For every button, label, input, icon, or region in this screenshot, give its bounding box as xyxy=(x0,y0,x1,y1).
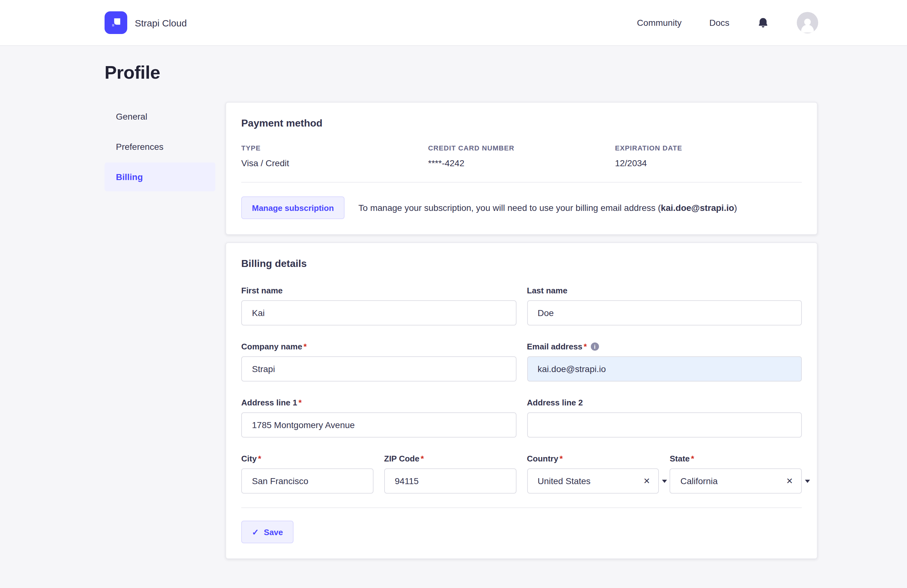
required-mark: * xyxy=(298,398,302,407)
payment-card-number: CREDIT CARD NUMBER ****-4242 xyxy=(428,144,615,168)
header-right: Community Docs xyxy=(637,12,818,34)
field-address-line-1: Address line 1* xyxy=(241,398,516,438)
card-number-label: CREDIT CARD NUMBER xyxy=(428,144,615,152)
divider xyxy=(241,182,802,182)
field-country: Country* ✕ xyxy=(527,454,659,494)
brand[interactable]: Strapi Cloud xyxy=(104,11,187,34)
billing-details-card: Billing details First name Last name Com… xyxy=(226,242,817,559)
note-suffix: ) xyxy=(734,203,737,213)
company-name-input[interactable] xyxy=(241,356,516,382)
required-mark: * xyxy=(583,342,587,351)
required-mark: * xyxy=(304,342,307,351)
payment-type-label: TYPE xyxy=(241,144,428,152)
billing-form-row-location: City* ZIP Code* Country* ✕ xyxy=(241,454,802,494)
payment-type: TYPE Visa / Credit xyxy=(241,144,428,168)
state-input[interactable] xyxy=(670,468,802,494)
nav-community[interactable]: Community xyxy=(637,18,682,28)
check-icon: ✓ xyxy=(252,527,259,537)
payment-summary: TYPE Visa / Credit CREDIT CARD NUMBER **… xyxy=(241,144,802,168)
address1-label: Address line 1* xyxy=(241,398,516,407)
divider xyxy=(241,507,802,508)
country-combobox: ✕ xyxy=(527,468,659,494)
save-row: ✓Save xyxy=(241,521,802,543)
field-email-address: Email address*i xyxy=(527,342,802,382)
state-caret-down-icon[interactable] xyxy=(805,480,810,483)
city-input[interactable] xyxy=(241,468,373,494)
field-last-name: Last name xyxy=(527,286,802,326)
zip-label-text: ZIP Code xyxy=(384,454,420,463)
city-label-text: City xyxy=(241,454,257,463)
address-line-2-input[interactable] xyxy=(527,412,802,438)
required-mark: * xyxy=(421,454,424,463)
first-name-label-text: First name xyxy=(241,286,283,295)
first-name-label: First name xyxy=(241,286,516,295)
strapi-logo-icon xyxy=(104,11,127,34)
country-caret-down-icon[interactable] xyxy=(662,480,667,483)
company-name-label: Company name* xyxy=(241,342,516,351)
state-combobox: ✕ xyxy=(670,468,802,494)
app-root: Strapi Cloud Community Docs Profile xyxy=(0,0,907,588)
info-icon[interactable]: i xyxy=(590,342,599,351)
expiration-label: EXPIRATION DATE xyxy=(615,144,802,152)
country-clear-icon[interactable]: ✕ xyxy=(643,477,650,485)
page-title: Profile xyxy=(104,62,818,83)
page-body: Profile General Preferences Billing Paym… xyxy=(0,46,907,584)
field-address-line-2: Address line 2 xyxy=(527,398,802,438)
required-mark: * xyxy=(691,454,694,463)
field-company-name: Company name* xyxy=(241,342,516,382)
address-line-1-input[interactable] xyxy=(241,412,516,438)
state-label-text: State xyxy=(670,454,690,463)
country-input[interactable] xyxy=(527,468,659,494)
address1-label-text: Address line 1 xyxy=(241,398,297,407)
field-first-name: First name xyxy=(241,286,516,326)
top-header: Strapi Cloud Community Docs xyxy=(0,0,907,46)
email-input[interactable] xyxy=(527,356,802,382)
company-label-text: Company name xyxy=(241,342,302,351)
main-column: Payment method TYPE Visa / Credit CREDIT… xyxy=(226,102,817,559)
content-row: General Preferences Billing Payment meth… xyxy=(104,102,818,559)
field-zip-code: ZIP Code* xyxy=(384,454,516,494)
address2-label-text: Address line 2 xyxy=(527,398,583,407)
card-number-value: ****-4242 xyxy=(428,158,615,168)
address2-label: Address line 2 xyxy=(527,398,802,407)
save-button[interactable]: ✓Save xyxy=(241,521,294,543)
sidebar-item-preferences[interactable]: Preferences xyxy=(104,132,215,161)
country-label: Country* xyxy=(527,454,659,463)
sidebar-item-billing[interactable]: Billing xyxy=(104,163,215,192)
manage-subscription-button[interactable]: Manage subscription xyxy=(241,197,345,219)
zip-code-input[interactable] xyxy=(384,468,516,494)
last-name-label: Last name xyxy=(527,286,802,295)
payment-footer: Manage subscription To manage your subsc… xyxy=(241,197,802,219)
state-label: State* xyxy=(670,454,802,463)
field-state: State* ✕ xyxy=(670,454,802,494)
state-clear-icon[interactable]: ✕ xyxy=(786,477,793,485)
billing-card-title: Billing details xyxy=(241,258,802,270)
payment-card-title: Payment method xyxy=(241,118,802,129)
email-label: Email address*i xyxy=(527,342,802,351)
brand-name: Strapi Cloud xyxy=(135,17,187,28)
billing-email-note: To manage your subscription, you will ne… xyxy=(358,203,737,213)
save-button-label: Save xyxy=(264,527,283,537)
zip-label: ZIP Code* xyxy=(384,454,516,463)
payment-method-card: Payment method TYPE Visa / Credit CREDIT… xyxy=(226,102,817,235)
last-name-label-text: Last name xyxy=(527,286,567,295)
notifications-bell-icon[interactable] xyxy=(757,17,769,29)
required-mark: * xyxy=(258,454,261,463)
sidebar-item-general[interactable]: General xyxy=(104,102,215,131)
note-prefix: To manage your subscription, you will ne… xyxy=(358,203,661,213)
user-avatar[interactable] xyxy=(797,12,818,34)
billing-form-grid: First name Last name Company name* xyxy=(241,286,802,438)
city-label: City* xyxy=(241,454,373,463)
nav-docs[interactable]: Docs xyxy=(709,18,729,28)
country-label-text: Country xyxy=(527,454,558,463)
profile-nav: General Preferences Billing xyxy=(104,102,215,193)
email-label-text: Email address xyxy=(527,342,582,351)
expiration-value: 12/2034 xyxy=(615,158,802,168)
last-name-input[interactable] xyxy=(527,300,802,326)
first-name-input[interactable] xyxy=(241,300,516,326)
payment-type-value: Visa / Credit xyxy=(241,158,428,168)
required-mark: * xyxy=(559,454,563,463)
field-city: City* xyxy=(241,454,373,494)
payment-expiration: EXPIRATION DATE 12/2034 xyxy=(615,144,802,168)
note-email: kai.doe@strapi.io xyxy=(661,203,734,213)
